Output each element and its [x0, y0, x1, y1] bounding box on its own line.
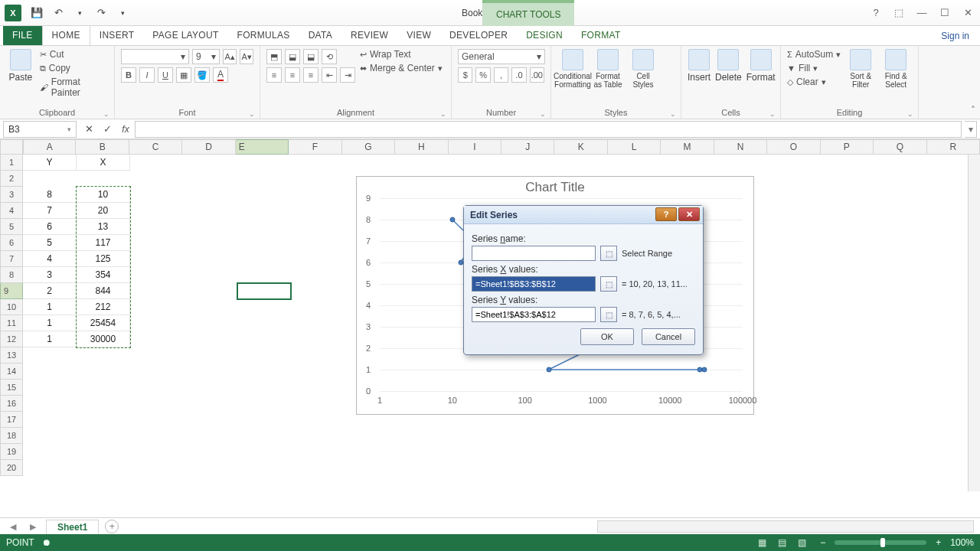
format-cells-button[interactable]: Format — [746, 49, 776, 108]
tab-design[interactable]: DESIGN — [517, 26, 572, 45]
chart-title[interactable]: Chart Title — [357, 177, 753, 195]
border-button[interactable]: ▦ — [176, 67, 191, 83]
row-header[interactable]: 19 — [0, 444, 23, 460]
save-icon[interactable]: 💾 — [28, 5, 45, 21]
ribbon-display-icon[interactable]: ⬚ — [891, 7, 906, 18]
row-header[interactable]: 2 — [0, 171, 23, 187]
font-size-select[interactable]: 9▾ — [192, 49, 220, 64]
column-header[interactable]: I — [449, 139, 501, 155]
accounting-button[interactable]: $ — [458, 67, 472, 83]
undo-dropdown-icon[interactable]: ▾ — [71, 5, 88, 21]
font-name-select[interactable]: ▾ — [121, 49, 189, 64]
align-bottom-button[interactable]: ⬓ — [303, 49, 318, 64]
column-header[interactable]: J — [501, 139, 554, 155]
delete-cells-button[interactable]: Delete — [715, 49, 742, 108]
cell[interactable]: X — [77, 155, 130, 171]
cell[interactable]: 1 — [23, 299, 77, 315]
align-right-button[interactable]: ≡ — [303, 67, 318, 83]
grow-font-button[interactable]: A▴ — [223, 49, 237, 64]
column-header[interactable]: Q — [874, 139, 926, 155]
column-header[interactable]: F — [289, 139, 341, 155]
shrink-font-button[interactable]: A▾ — [240, 49, 253, 64]
dialog-help-icon[interactable]: ? — [655, 207, 677, 221]
tab-file[interactable]: FILE — [3, 26, 42, 45]
cell[interactable]: 8 — [23, 187, 77, 203]
paste-button[interactable]: Paste — [6, 49, 35, 108]
help-icon[interactable]: ? — [868, 7, 884, 18]
row-header[interactable]: 4 — [0, 203, 23, 219]
indent-dec-button[interactable]: ⇤ — [322, 67, 337, 83]
series-y-range-picker-icon[interactable]: ⬚ — [600, 307, 617, 322]
tab-developer[interactable]: DEVELOPER — [440, 26, 517, 45]
number-format-select[interactable]: General▾ — [458, 49, 545, 64]
align-top-button[interactable]: ⬒ — [266, 49, 282, 64]
wrap-text-button[interactable]: ↩ Wrap Text — [360, 49, 443, 60]
tab-data[interactable]: DATA — [299, 26, 341, 45]
column-header[interactable]: B — [76, 139, 129, 155]
sort-filter-button[interactable]: Sort & Filter — [845, 49, 876, 108]
format-painter-button[interactable]: 🖌 Format Painter — [40, 77, 108, 98]
column-header[interactable]: K — [554, 139, 607, 155]
cell[interactable]: Y — [23, 155, 77, 171]
tab-review[interactable]: REVIEW — [341, 26, 397, 45]
cell[interactable]: 6 — [23, 219, 77, 235]
zoom-in-icon[interactable]: + — [936, 537, 941, 548]
align-center-button[interactable]: ≡ — [285, 67, 300, 83]
view-page-layout-icon[interactable]: ▤ — [778, 537, 786, 548]
merge-center-button[interactable]: ⬌ Merge & Center ▾ — [360, 63, 443, 73]
conditional-formatting-button[interactable]: Conditional Formatting — [557, 49, 588, 108]
dialog-titlebar[interactable]: Edit Series ? ✕ — [464, 206, 703, 224]
series-name-range-picker-icon[interactable]: ⬚ — [600, 246, 617, 261]
name-box[interactable]: B3▾ — [3, 121, 77, 138]
series-x-input[interactable]: =Sheet1!$B$3:$B$12 — [472, 276, 596, 292]
find-select-button[interactable]: Find & Select — [880, 49, 911, 108]
chart-data-point[interactable] — [546, 367, 551, 373]
new-sheet-button[interactable]: + — [105, 520, 119, 533]
column-header[interactable]: M — [661, 139, 714, 155]
cell[interactable]: 1 — [23, 331, 77, 347]
row-header[interactable]: 8 — [0, 267, 23, 283]
row-header[interactable]: 16 — [0, 396, 23, 412]
redo-dropdown-icon[interactable]: ▾ — [114, 5, 131, 21]
row-header[interactable]: 20 — [0, 460, 23, 476]
row-header[interactable]: 1 — [0, 155, 23, 171]
chart-data-point[interactable] — [702, 367, 707, 373]
column-header[interactable]: O — [767, 139, 820, 155]
column-header[interactable]: H — [395, 139, 448, 155]
font-color-button[interactable]: A — [213, 67, 228, 83]
row-header[interactable]: 3 — [0, 187, 23, 203]
cell[interactable]: 4 — [23, 251, 77, 267]
collapse-ribbon-icon[interactable]: ˄ — [971, 105, 975, 116]
chart-data-point[interactable] — [449, 217, 455, 223]
percent-button[interactable]: % — [475, 67, 490, 83]
sheet-tab-sheet1[interactable]: Sheet1 — [46, 520, 99, 534]
cell[interactable]: 5 — [23, 235, 77, 251]
align-middle-button[interactable]: ⬓ — [285, 49, 300, 64]
view-normal-icon[interactable]: ▦ — [758, 537, 766, 548]
dialog-close-icon[interactable]: ✕ — [678, 207, 700, 221]
zoom-out-icon[interactable]: − — [820, 537, 825, 548]
cut-button[interactable]: ✂ Cut — [40, 49, 108, 60]
row-header[interactable]: 9 — [0, 283, 23, 299]
insert-cells-button[interactable]: Insert — [688, 49, 710, 108]
row-header[interactable]: 14 — [0, 364, 23, 380]
autosum-button[interactable]: Σ AutoSum ▾ — [787, 49, 841, 60]
row-header[interactable]: 18 — [0, 428, 23, 444]
column-header[interactable]: D — [182, 139, 235, 155]
maximize-icon[interactable]: ☐ — [937, 7, 952, 18]
format-as-table-button[interactable]: Format as Table — [593, 49, 623, 108]
tab-insert[interactable]: INSERT — [90, 26, 144, 45]
row-header[interactable]: 13 — [0, 347, 23, 364]
column-header[interactable]: E — [236, 139, 289, 155]
vertical-scrollbar[interactable] — [968, 155, 980, 491]
enter-formula-icon[interactable]: ✓ — [98, 121, 116, 138]
insert-function-icon[interactable]: fx — [116, 121, 135, 138]
column-header[interactable]: A — [23, 139, 76, 155]
tab-home[interactable]: HOME — [42, 25, 90, 45]
column-header[interactable]: G — [342, 139, 395, 155]
redo-icon[interactable]: ↷ — [93, 5, 109, 21]
fill-button[interactable]: ▼ Fill ▾ — [787, 63, 841, 73]
indent-inc-button[interactable]: ⇥ — [340, 67, 355, 83]
cell[interactable]: 1 — [23, 315, 77, 331]
bold-button[interactable]: B — [121, 67, 136, 83]
